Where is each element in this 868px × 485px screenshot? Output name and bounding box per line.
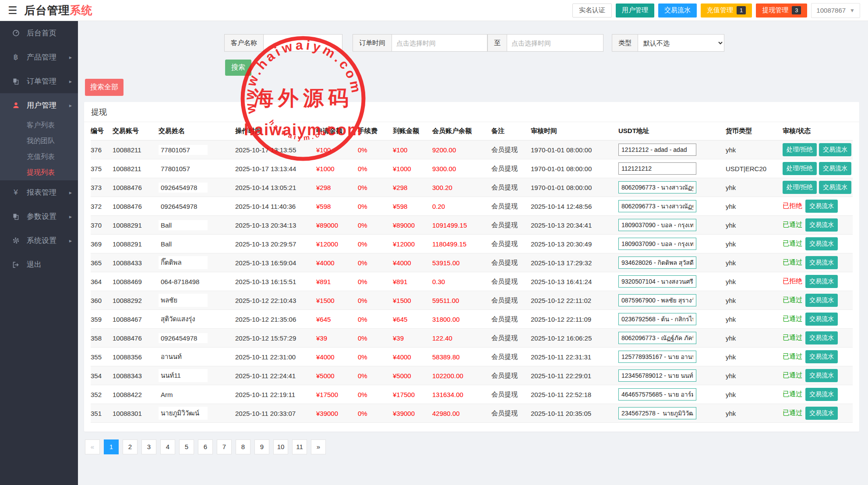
- name-field[interactable]: 064-8718498: [159, 277, 208, 287]
- search-all-button[interactable]: 搜索全部: [85, 79, 123, 96]
- usdt-address-input[interactable]: [618, 162, 696, 175]
- name-field[interactable]: นายภูมิวิวัฒน์: [159, 407, 208, 420]
- transaction-flow-button[interactable]: 交易流水: [805, 350, 838, 363]
- sidebar-item-logout[interactable]: 退出: [0, 253, 78, 277]
- transaction-flow-nav-button[interactable]: 交易流水: [658, 4, 697, 18]
- page-item[interactable]: 4: [160, 439, 175, 454]
- name-field[interactable]: พลชัย: [159, 294, 208, 307]
- page-item[interactable]: 2: [123, 439, 138, 454]
- sidebar-subitem-withdraw-list[interactable]: 提现列表: [0, 165, 78, 180]
- sidebar-item-users[interactable]: 用户管理 ▸: [0, 93, 78, 117]
- name-field[interactable]: Ball: [159, 239, 208, 249]
- to-label: 至: [487, 34, 507, 52]
- user-manage-button[interactable]: 用户管理: [616, 4, 654, 18]
- transaction-flow-button[interactable]: 交易流水: [819, 181, 851, 194]
- cell-status: 已拒绝交易流水: [783, 272, 853, 291]
- name-field[interactable]: 0926454978: [159, 333, 208, 343]
- chevron-right-icon: ▸: [69, 238, 72, 244]
- customer-name-input[interactable]: [263, 34, 342, 52]
- usdt-address-input[interactable]: [618, 369, 696, 382]
- usdt-address-input[interactable]: [618, 144, 696, 156]
- page-item[interactable]: 6: [198, 439, 213, 454]
- transaction-flow-button[interactable]: 交易流水: [805, 275, 838, 288]
- usdt-address-input[interactable]: [618, 181, 696, 193]
- transaction-flow-button[interactable]: 交易流水: [805, 369, 838, 382]
- name-field[interactable]: กิ๊ตติพล: [159, 256, 208, 269]
- transaction-flow-button[interactable]: 交易流水: [805, 407, 838, 420]
- type-filter: 类型 默认不选: [612, 34, 724, 52]
- page-item[interactable]: 8: [236, 439, 251, 454]
- withdraw-manage-button[interactable]: 提现管理 3: [756, 4, 807, 18]
- page-item[interactable]: 9: [254, 439, 269, 454]
- page-item[interactable]: 5: [179, 439, 194, 454]
- cell-id: 376: [91, 141, 113, 159]
- end-time-input[interactable]: [507, 34, 603, 52]
- menu-toggle-icon[interactable]: ☰: [8, 5, 18, 16]
- transaction-flow-button[interactable]: 交易流水: [805, 256, 838, 269]
- sidebar-subitem-my-team[interactable]: 我的团队: [0, 133, 78, 149]
- cell-account: 10088433: [113, 253, 159, 272]
- name-field[interactable]: 77801057: [159, 145, 208, 155]
- table-row: 358 10088476 0926454978 2025-10-12 15:57…: [91, 329, 853, 348]
- cell-balance: 0.20: [432, 197, 491, 216]
- sidebar-item-reports[interactable]: ¥ 报表管理 ▸: [0, 180, 78, 204]
- sidebar-subitem-recharge-list[interactable]: 充值列表: [0, 149, 78, 165]
- transaction-flow-button[interactable]: 交易流水: [819, 143, 851, 156]
- usdt-address-input[interactable]: [618, 332, 696, 344]
- usdt-address-input[interactable]: [618, 294, 696, 306]
- sidebar-item-parameters[interactable]: 参数设置 ▸: [0, 204, 78, 228]
- usdt-address-input[interactable]: [618, 275, 696, 288]
- sidebar-item-dashboard[interactable]: 后台首页: [0, 21, 78, 45]
- transaction-flow-button[interactable]: 交易流水: [805, 313, 838, 326]
- usdt-address-input[interactable]: [618, 351, 696, 363]
- usdt-address-input[interactable]: [618, 200, 696, 212]
- transaction-flow-button[interactable]: 交易流水: [819, 162, 851, 175]
- transaction-flow-button[interactable]: 交易流水: [805, 218, 838, 232]
- recharge-manage-button[interactable]: 充值管理 1: [701, 4, 752, 18]
- cell-currency-type: USDT|ERC20: [726, 159, 783, 178]
- type-select[interactable]: 默认不选: [638, 34, 724, 52]
- col-header-fee: 手续费: [358, 122, 393, 141]
- page-item[interactable]: 1: [104, 439, 119, 454]
- usdt-address-input[interactable]: [618, 313, 696, 325]
- name-field[interactable]: 0926454978: [159, 201, 208, 211]
- handle-reject-button[interactable]: 处理/拒绝: [783, 143, 817, 156]
- usdt-address-input[interactable]: [618, 257, 696, 269]
- page-item[interactable]: «: [85, 439, 100, 454]
- page-item[interactable]: 7: [217, 439, 232, 454]
- page-item[interactable]: »: [311, 439, 326, 454]
- sidebar-item-orders[interactable]: 订单管理 ▸: [0, 69, 78, 93]
- handle-reject-button[interactable]: 处理/拒绝: [783, 162, 817, 175]
- usdt-address-input[interactable]: [618, 238, 696, 250]
- name-field[interactable]: Arm: [159, 390, 208, 400]
- name-field[interactable]: อานนท์: [159, 350, 208, 363]
- cell-status: 已通过交易流水: [783, 329, 853, 348]
- transaction-flow-button[interactable]: 交易流水: [805, 200, 838, 213]
- transaction-flow-button[interactable]: 交易流水: [805, 294, 838, 307]
- search-button[interactable]: 搜索: [225, 60, 251, 76]
- page-item[interactable]: 11: [292, 439, 307, 454]
- sidebar-item-label: 用户管理: [27, 100, 56, 110]
- name-field[interactable]: 77801057: [159, 164, 208, 174]
- recharge-count-badge: 1: [737, 6, 746, 15]
- start-time-input[interactable]: [392, 34, 487, 52]
- sidebar-item-system-settings[interactable]: 系统设置 ▸: [0, 228, 78, 253]
- page-item[interactable]: 10: [273, 439, 288, 454]
- account-dropdown[interactable]: 10087867 ▼: [811, 3, 860, 18]
- transaction-flow-button[interactable]: 交易流水: [805, 388, 838, 401]
- transaction-flow-button[interactable]: 交易流水: [805, 331, 838, 344]
- usdt-address-input[interactable]: [618, 407, 696, 419]
- realname-auth-button[interactable]: 实名认证: [572, 4, 612, 18]
- sidebar-subitem-customer-list[interactable]: 客户列表: [0, 117, 78, 133]
- handle-reject-button[interactable]: 处理/拒绝: [783, 181, 817, 194]
- sidebar-item-products[interactable]: ฿ 产品管理 ▸: [0, 45, 78, 69]
- transaction-flow-button[interactable]: 交易流水: [805, 237, 838, 250]
- page-item[interactable]: 3: [141, 439, 156, 454]
- name-field[interactable]: Ball: [159, 220, 208, 230]
- name-field[interactable]: สุติวัดแสงรุ่ง: [159, 313, 208, 326]
- name-field[interactable]: นนท์11: [159, 369, 208, 382]
- usdt-address-input[interactable]: [618, 219, 696, 231]
- name-field[interactable]: 0926454978: [159, 183, 208, 193]
- cell-apply-amount: ¥1500: [316, 291, 358, 310]
- usdt-address-input[interactable]: [618, 388, 696, 401]
